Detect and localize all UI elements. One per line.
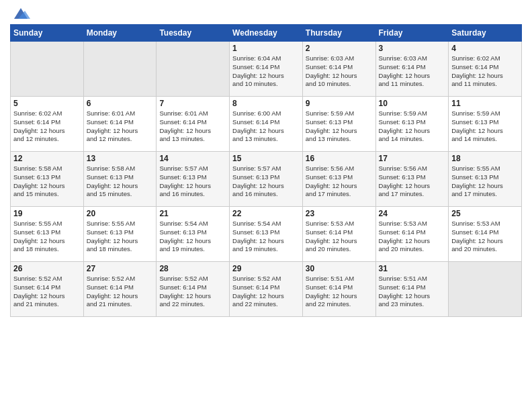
calendar-week-3: 12Sunrise: 5:58 AM Sunset: 6:13 PM Dayli… <box>11 152 522 207</box>
day-info: Sunrise: 5:54 AM Sunset: 6:13 PM Dayligh… <box>232 220 300 254</box>
calendar-cell: 8Sunrise: 6:00 AM Sunset: 6:14 PM Daylig… <box>230 97 303 152</box>
calendar-cell: 10Sunrise: 5:59 AM Sunset: 6:13 PM Dayli… <box>375 97 449 152</box>
day-info: Sunrise: 6:03 AM Sunset: 6:14 PM Dayligh… <box>306 54 373 89</box>
calendar-cell: 14Sunrise: 5:57 AM Sunset: 6:13 PM Dayli… <box>157 152 230 207</box>
day-info: Sunrise: 5:54 AM Sunset: 6:13 PM Dayligh… <box>159 220 226 254</box>
day-number: 25 <box>451 209 519 218</box>
calendar-cell: 27Sunrise: 5:52 AM Sunset: 6:14 PM Dayli… <box>83 262 157 317</box>
calendar-cell: 24Sunrise: 5:53 AM Sunset: 6:14 PM Dayli… <box>375 207 449 262</box>
calendar-cell: 12Sunrise: 5:58 AM Sunset: 6:13 PM Dayli… <box>11 152 84 207</box>
calendar-cell: 4Sunrise: 6:02 AM Sunset: 6:14 PM Daylig… <box>449 42 522 97</box>
calendar-cell: 30Sunrise: 5:51 AM Sunset: 6:14 PM Dayli… <box>302 262 375 317</box>
day-info: Sunrise: 6:03 AM Sunset: 6:14 PM Dayligh… <box>379 54 446 89</box>
day-number: 8 <box>232 99 300 108</box>
day-info: Sunrise: 5:57 AM Sunset: 6:13 PM Dayligh… <box>232 165 300 199</box>
day-info: Sunrise: 6:01 AM Sunset: 6:14 PM Dayligh… <box>159 109 226 144</box>
day-info: Sunrise: 5:59 AM Sunset: 6:13 PM Dayligh… <box>306 109 373 144</box>
day-number: 26 <box>13 264 81 273</box>
day-info: Sunrise: 5:56 AM Sunset: 6:13 PM Dayligh… <box>379 165 446 199</box>
day-info: Sunrise: 5:52 AM Sunset: 6:14 PM Dayligh… <box>13 275 81 309</box>
day-number: 24 <box>379 209 446 218</box>
calendar-cell: 29Sunrise: 5:52 AM Sunset: 6:14 PM Dayli… <box>230 262 303 317</box>
day-number: 18 <box>451 154 519 163</box>
day-number: 9 <box>306 99 373 108</box>
day-info: Sunrise: 5:52 AM Sunset: 6:14 PM Dayligh… <box>87 275 154 309</box>
day-number: 7 <box>159 99 226 108</box>
day-number: 11 <box>451 99 519 108</box>
calendar-cell: 18Sunrise: 5:55 AM Sunset: 6:13 PM Dayli… <box>449 152 522 207</box>
page-container: SundayMondayTuesdayWednesdayThursdayFrid… <box>0 0 532 320</box>
calendar-cell: 28Sunrise: 5:52 AM Sunset: 6:14 PM Dayli… <box>157 262 230 317</box>
calendar-cell <box>11 42 84 97</box>
calendar-week-4: 19Sunrise: 5:55 AM Sunset: 6:13 PM Dayli… <box>11 207 522 262</box>
calendar-cell: 5Sunrise: 6:02 AM Sunset: 6:14 PM Daylig… <box>11 97 84 152</box>
day-info: Sunrise: 5:58 AM Sunset: 6:13 PM Dayligh… <box>87 165 154 199</box>
calendar-cell: 17Sunrise: 5:56 AM Sunset: 6:13 PM Dayli… <box>375 152 449 207</box>
day-info: Sunrise: 6:00 AM Sunset: 6:14 PM Dayligh… <box>232 109 300 144</box>
calendar-cell: 3Sunrise: 6:03 AM Sunset: 6:14 PM Daylig… <box>375 42 449 97</box>
day-number: 22 <box>232 209 300 218</box>
calendar-cell: 31Sunrise: 5:51 AM Sunset: 6:14 PM Dayli… <box>375 262 449 317</box>
calendar-cell: 9Sunrise: 5:59 AM Sunset: 6:13 PM Daylig… <box>302 97 375 152</box>
calendar-cell <box>449 262 522 317</box>
day-number: 12 <box>13 154 81 163</box>
day-number: 16 <box>306 154 373 163</box>
calendar-cell <box>157 42 230 97</box>
day-info: Sunrise: 5:55 AM Sunset: 6:13 PM Dayligh… <box>87 220 154 254</box>
calendar-header-row: SundayMondayTuesdayWednesdayThursdayFrid… <box>11 25 522 42</box>
day-info: Sunrise: 5:56 AM Sunset: 6:13 PM Dayligh… <box>306 165 373 199</box>
logo-icon <box>11 7 30 21</box>
calendar-cell: 25Sunrise: 5:53 AM Sunset: 6:14 PM Dayli… <box>449 207 522 262</box>
calendar-cell: 7Sunrise: 6:01 AM Sunset: 6:14 PM Daylig… <box>157 97 230 152</box>
calendar-cell: 1Sunrise: 6:04 AM Sunset: 6:14 PM Daylig… <box>230 42 303 97</box>
day-info: Sunrise: 5:55 AM Sunset: 6:13 PM Dayligh… <box>451 165 519 199</box>
logo <box>10 7 30 19</box>
calendar-cell: 21Sunrise: 5:54 AM Sunset: 6:13 PM Dayli… <box>157 207 230 262</box>
calendar-cell: 11Sunrise: 5:59 AM Sunset: 6:13 PM Dayli… <box>449 97 522 152</box>
day-number: 17 <box>379 154 446 163</box>
calendar-week-5: 26Sunrise: 5:52 AM Sunset: 6:14 PM Dayli… <box>11 262 522 317</box>
calendar-cell: 19Sunrise: 5:55 AM Sunset: 6:13 PM Dayli… <box>11 207 84 262</box>
day-info: Sunrise: 5:59 AM Sunset: 6:13 PM Dayligh… <box>451 109 519 144</box>
day-number: 4 <box>451 44 519 53</box>
day-info: Sunrise: 5:51 AM Sunset: 6:14 PM Dayligh… <box>306 275 373 309</box>
day-info: Sunrise: 6:02 AM Sunset: 6:14 PM Dayligh… <box>451 54 519 89</box>
day-info: Sunrise: 6:02 AM Sunset: 6:14 PM Dayligh… <box>13 109 81 144</box>
header <box>10 7 522 19</box>
calendar-week-2: 5Sunrise: 6:02 AM Sunset: 6:14 PM Daylig… <box>11 97 522 152</box>
calendar-cell <box>83 42 157 97</box>
day-number: 5 <box>13 99 81 108</box>
day-info: Sunrise: 5:51 AM Sunset: 6:14 PM Dayligh… <box>379 275 446 309</box>
day-info: Sunrise: 5:57 AM Sunset: 6:13 PM Dayligh… <box>159 165 226 199</box>
calendar-table: SundayMondayTuesdayWednesdayThursdayFrid… <box>10 24 522 317</box>
day-number: 27 <box>87 264 154 273</box>
day-number: 13 <box>87 154 154 163</box>
day-info: Sunrise: 5:52 AM Sunset: 6:14 PM Dayligh… <box>232 275 300 309</box>
day-number: 2 <box>306 44 373 53</box>
day-info: Sunrise: 5:55 AM Sunset: 6:13 PM Dayligh… <box>13 220 81 254</box>
weekday-header-wednesday: Wednesday <box>230 25 303 42</box>
calendar-cell: 16Sunrise: 5:56 AM Sunset: 6:13 PM Dayli… <box>302 152 375 207</box>
day-number: 14 <box>159 154 226 163</box>
day-info: Sunrise: 5:58 AM Sunset: 6:13 PM Dayligh… <box>13 165 81 199</box>
calendar-cell: 6Sunrise: 6:01 AM Sunset: 6:14 PM Daylig… <box>83 97 157 152</box>
day-number: 10 <box>379 99 446 108</box>
day-number: 28 <box>159 264 226 273</box>
weekday-header-tuesday: Tuesday <box>157 25 230 42</box>
day-info: Sunrise: 5:52 AM Sunset: 6:14 PM Dayligh… <box>159 275 226 309</box>
calendar-cell: 22Sunrise: 5:54 AM Sunset: 6:13 PM Dayli… <box>230 207 303 262</box>
day-number: 29 <box>232 264 300 273</box>
day-info: Sunrise: 5:59 AM Sunset: 6:13 PM Dayligh… <box>379 109 446 144</box>
day-number: 31 <box>379 264 446 273</box>
calendar-cell: 13Sunrise: 5:58 AM Sunset: 6:13 PM Dayli… <box>83 152 157 207</box>
day-number: 15 <box>232 154 300 163</box>
calendar-cell: 26Sunrise: 5:52 AM Sunset: 6:14 PM Dayli… <box>11 262 84 317</box>
calendar-week-1: 1Sunrise: 6:04 AM Sunset: 6:14 PM Daylig… <box>11 42 522 97</box>
day-info: Sunrise: 5:53 AM Sunset: 6:14 PM Dayligh… <box>306 220 373 254</box>
weekday-header-friday: Friday <box>375 25 449 42</box>
day-number: 20 <box>87 209 154 218</box>
day-info: Sunrise: 6:04 AM Sunset: 6:14 PM Dayligh… <box>232 54 300 89</box>
calendar-cell: 2Sunrise: 6:03 AM Sunset: 6:14 PM Daylig… <box>302 42 375 97</box>
day-number: 3 <box>379 44 446 53</box>
weekday-header-sunday: Sunday <box>11 25 84 42</box>
